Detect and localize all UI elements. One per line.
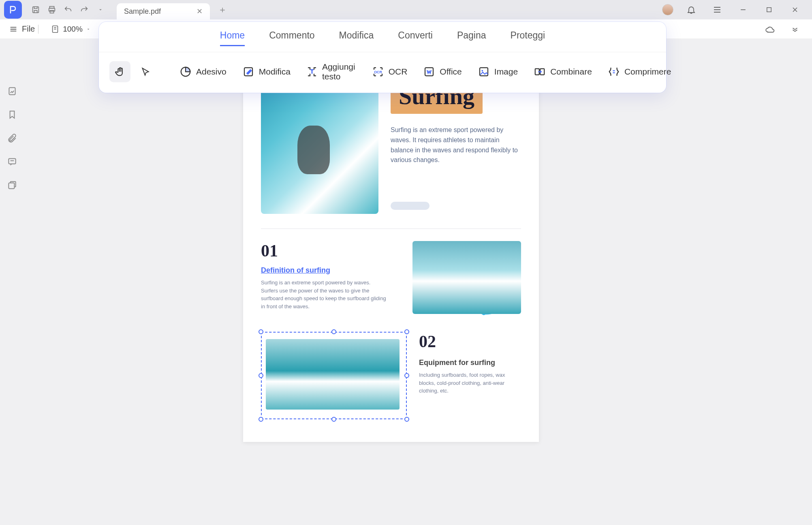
hand-icon	[113, 65, 126, 78]
image-icon	[477, 65, 490, 78]
image-tool[interactable]: Image	[472, 62, 524, 81]
menu-icon[interactable]	[712, 4, 723, 15]
sticker-icon	[179, 65, 192, 78]
svg-point-11	[481, 70, 483, 72]
section-body: Surfing is an extreme sport powered by w…	[261, 279, 387, 310]
cloud-icon[interactable]	[764, 23, 776, 35]
office-tool[interactable]: Office	[417, 62, 467, 81]
file-label: File	[22, 24, 35, 34]
svg-text:OCR: OCR	[374, 70, 382, 74]
ribbon: Home Commento Modifica Converti Pagina P…	[99, 22, 666, 93]
section-number: 01	[261, 241, 400, 260]
combine-icon	[533, 65, 546, 78]
hero-paragraph: Surfing is an extreme sport powered by w…	[391, 125, 521, 165]
collapse-icon[interactable]	[789, 23, 801, 35]
ocr-tool[interactable]: OCR OCR	[366, 62, 413, 81]
add-tab-button[interactable]: ＋	[216, 3, 229, 17]
pdf-page: Surfing Surfing is an extreme sport powe…	[243, 54, 539, 442]
close-icon[interactable]: ✕	[197, 7, 203, 16]
close-window-icon[interactable]	[789, 4, 801, 15]
office-icon	[423, 65, 436, 78]
ribbon-tabs: Home Commento Modifica Converti Pagina P…	[99, 22, 666, 52]
compress-icon	[607, 65, 620, 78]
tool-label: Modifica	[259, 67, 291, 77]
select-tool[interactable]	[135, 61, 156, 82]
svg-rect-4	[767, 8, 771, 12]
zoom-control[interactable]: 100%	[51, 25, 91, 34]
app-logo[interactable]	[4, 1, 22, 19]
svg-rect-15	[9, 158, 15, 164]
document-canvas[interactable]: Surfing Surfing is an extreme sport powe…	[24, 39, 812, 525]
document-tab[interactable]: Sample.pdf ✕	[117, 3, 210, 19]
text-icon	[306, 65, 318, 78]
section-heading: Definition of surfing	[261, 266, 400, 275]
dropdown-icon[interactable]	[95, 4, 106, 15]
ribbon-tab-home[interactable]: Home	[220, 30, 245, 46]
sticker-tool[interactable]: Adesivo	[173, 62, 232, 81]
svg-rect-14	[9, 88, 15, 94]
left-sidebar	[0, 73, 24, 191]
tool-label: Comprimere	[624, 67, 671, 77]
tool-label: Adesivo	[196, 67, 227, 77]
section-number: 02	[419, 332, 521, 351]
bell-icon[interactable]	[686, 4, 697, 15]
bookmark-icon[interactable]	[6, 109, 18, 121]
resize-handle[interactable]	[259, 373, 263, 378]
thumbnails-icon[interactable]	[6, 85, 18, 97]
resize-handle[interactable]	[259, 329, 263, 334]
ocr-icon: OCR	[372, 65, 385, 78]
print-icon[interactable]	[46, 4, 58, 15]
user-avatar[interactable]	[662, 4, 673, 15]
hand-tool[interactable]	[109, 61, 130, 82]
tool-label: Office	[440, 67, 462, 77]
resize-handle[interactable]	[404, 329, 409, 334]
compress-tool[interactable]: Comprimere	[602, 62, 677, 81]
edit-tool[interactable]: Modifica	[236, 62, 296, 81]
selected-image-frame[interactable]	[261, 332, 407, 419]
ribbon-tab-converti[interactable]: Converti	[398, 30, 433, 46]
svg-rect-0	[33, 7, 39, 13]
file-menu[interactable]: File	[9, 24, 35, 34]
ribbon-tools: Adesivo Modifica Aggiungi testo OCR OCR …	[99, 52, 666, 93]
zoom-value: 100%	[63, 25, 83, 34]
svg-rect-3	[50, 11, 53, 13]
cursor-icon	[139, 65, 152, 78]
title-bar: Sample.pdf ✕ ＋	[0, 0, 812, 19]
combine-tool[interactable]: Combinare	[528, 62, 598, 81]
tool-label: Aggiungi testo	[322, 62, 356, 81]
selection-border	[261, 332, 407, 419]
hero-image	[261, 77, 378, 214]
section-heading: Equipment for surfing	[419, 359, 521, 367]
undo-icon[interactable]	[62, 4, 74, 15]
ribbon-tab-modifica[interactable]: Modifica	[339, 30, 374, 46]
layers-icon[interactable]	[6, 179, 18, 191]
resize-handle[interactable]	[331, 329, 336, 334]
edit-icon	[242, 65, 255, 78]
maximize-icon[interactable]	[763, 4, 775, 15]
svg-rect-16	[9, 183, 14, 189]
tool-label: Image	[494, 67, 518, 77]
section-image	[412, 241, 521, 314]
placeholder-pill	[391, 202, 430, 210]
resize-handle[interactable]	[404, 417, 409, 422]
resize-handle[interactable]	[404, 373, 409, 378]
minimize-icon[interactable]	[737, 4, 749, 15]
resize-handle[interactable]	[259, 417, 263, 422]
redo-icon[interactable]	[79, 4, 90, 15]
add-text-tool[interactable]: Aggiungi testo	[300, 59, 362, 85]
resize-handle[interactable]	[331, 417, 336, 422]
ribbon-tab-pagina[interactable]: Pagina	[457, 30, 486, 46]
comment-icon[interactable]	[6, 156, 18, 168]
ribbon-tab-proteggi[interactable]: Proteggi	[511, 30, 545, 46]
section-body: Including surfboards, foot ropes, wax bl…	[419, 371, 521, 395]
tool-label: OCR	[389, 67, 408, 77]
tab-title: Sample.pdf	[124, 7, 161, 16]
save-icon[interactable]	[30, 4, 41, 15]
tool-label: Combinare	[550, 67, 592, 77]
ribbon-tab-commento[interactable]: Commento	[269, 30, 314, 46]
attachment-icon[interactable]	[6, 132, 18, 144]
